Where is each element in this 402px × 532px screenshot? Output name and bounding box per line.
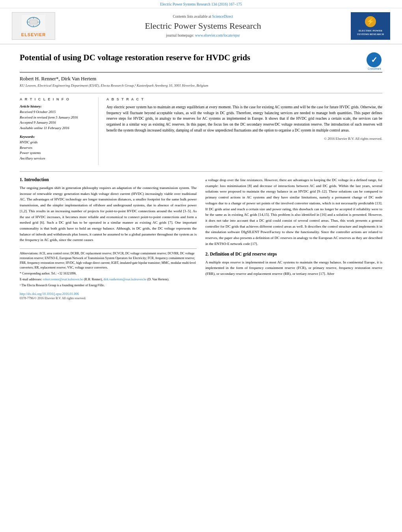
keyword-hvdc: HVDC grids [20, 140, 93, 145]
epsr-logo: ⚡ ELECTRIC POWER SYSTEMS RESEARCH [351, 12, 390, 40]
homepage-link[interactable]: www.elsevier.com/locate/epsr [195, 33, 240, 37]
article-info-abstract: A R T I C L E I N F O Article history: R… [20, 93, 382, 165]
body-col-right: a voltage drop over the line resistances… [205, 177, 382, 300]
email-footnote: E-mail addresses: robert.renner@esat.kul… [20, 277, 197, 282]
abstract-panel: A B S T R A C T Any electric power syste… [106, 97, 382, 165]
accepted-date: Accepted 9 January 2016 [20, 120, 93, 126]
journal-title: Electric Power Systems Research [55, 21, 351, 31]
journal-citation: Electric Power Systems Research 134 (201… [0, 0, 402, 8]
body-content: 1. Introduction The ongoing paradigm shi… [20, 177, 382, 300]
history-label: Article history: [20, 104, 93, 108]
keyword-ancillary: Ancillary services [20, 156, 93, 161]
doi-link-section: http://dx.doi.org/10.1016/j.epsr.2016.01… [20, 292, 197, 300]
epsr-logo-icon: ⚡ [365, 16, 376, 27]
email-link-vanhertem[interactable]: dirk.vanhertem@esat.kuleuven.be [103, 278, 146, 281]
received-revised-date: Received in revised form 5 January 2016 [20, 115, 93, 120]
main-content: Potential of using DC voltage restoratio… [0, 44, 402, 308]
abstract-label: A B S T R A C T [106, 97, 382, 101]
homepage-line: journal homepage: www.elsevier.com/locat… [55, 33, 351, 37]
journal-center-header: Contents lists available at ScienceDirec… [55, 15, 351, 37]
article-history: Article history: Received 9 October 2015… [20, 104, 93, 131]
keywords-section: Keywords: HVDC grids Reserves Power syst… [20, 135, 93, 161]
journal-header: ELSEVIER Contents lists available at Sci… [0, 8, 402, 44]
crossmark-icon: ✓ [367, 52, 382, 67]
elsevier-wordmark: ELSEVIER [21, 32, 46, 37]
section2-heading: 2. Definition of DC grid reserve steps [205, 252, 382, 256]
section-divider [20, 171, 382, 172]
affiliation: KU Leuven, Electrical Engineering Depart… [20, 83, 382, 87]
received-date: Received 9 October 2015 [20, 109, 93, 115]
available-online-date: Available online 11 February 2016 [20, 126, 93, 131]
copyright-line: © 2016 Elsevier B.V. All rights reserved… [106, 137, 382, 141]
section2-text: A multiple steps reserve is implemented … [205, 260, 382, 277]
article-title-section: Potential of using DC voltage restoratio… [20, 52, 382, 72]
authors: Robert H. Renner*, Dirk Van Hertem [20, 76, 382, 82]
article-info-panel: A R T I C L E I N F O Article history: R… [20, 97, 99, 165]
elsevier-logo: ELSEVIER [12, 12, 55, 40]
section1-heading: 1. Introduction [20, 177, 197, 182]
abstract-text: Any electric power system has to maintai… [106, 104, 382, 133]
footnote1-text: ¹ The Electa Research Group is a foundin… [20, 283, 197, 288]
epsr-logo-text: ELECTRIC POWER SYSTEMS RESEARCH [351, 29, 390, 36]
section1-col1-text: The ongoing paradigm shift in generation… [20, 185, 197, 243]
keywords-label: Keywords: [20, 135, 93, 139]
abbreviations-footnote: Abbreviations: ACE, area control error; … [20, 251, 197, 270]
keyword-power: Power systems [20, 150, 93, 156]
email-link-renner[interactable]: robert.renner@esat.kuleuven.be [43, 278, 83, 281]
body-col-left: 1. Introduction The ongoing paradigm shi… [20, 177, 197, 300]
article-info-label: A R T I C L E I N F O [20, 97, 93, 101]
corresponding-footnote: * Corresponding author. Tel.: +32 163218… [20, 271, 197, 276]
sciencedirect-link[interactable]: ScienceDirect [212, 15, 233, 19]
footnote-section: Abbreviations: ACE, area control error; … [20, 248, 197, 288]
crossmark-badge[interactable]: ✓ CrossMark [367, 52, 382, 68]
section1-col2-text: a voltage drop over the line resistances… [205, 177, 382, 247]
keyword-reserves: Reserves [20, 145, 93, 151]
issn-line: 0378-7796/© 2016 Elsevier B.V. All right… [20, 297, 197, 300]
doi-link[interactable]: http://dx.doi.org/10.1016/j.epsr.2016.01… [20, 292, 79, 296]
contents-available-line: Contents lists available at ScienceDirec… [55, 15, 351, 19]
article-title: Potential of using DC voltage restoratio… [20, 52, 359, 63]
